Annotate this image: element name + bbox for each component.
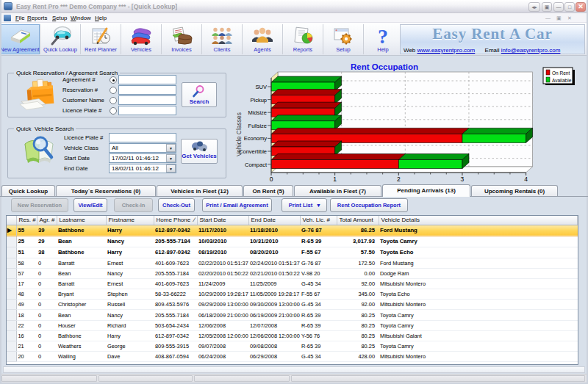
svg-text:Convertible: Convertible <box>239 148 267 155</box>
svg-text:2: 2 <box>397 175 401 183</box>
svg-text:?: ? <box>378 26 388 46</box>
svg-text:3: 3 <box>461 175 465 183</box>
svg-text:Compact: Compact <box>245 162 268 168</box>
svg-text:Vehicle Classes: Vehicle Classes <box>235 112 243 156</box>
svg-text:Economy: Economy <box>244 135 268 142</box>
svg-text:1: 1 <box>333 175 337 183</box>
svg-text:Midsize: Midsize <box>248 109 267 116</box>
svg-text:SUV: SUV <box>256 84 267 90</box>
svg-text:On Rent: On Rent <box>552 70 570 76</box>
svg-text:0: 0 <box>270 175 273 183</box>
svg-text:Pickup: Pickup <box>250 97 267 104</box>
svg-text:4: 4 <box>524 175 528 183</box>
svg-text:Rent Occupation: Rent Occupation <box>351 62 418 71</box>
svg-text:Available: Available <box>552 78 572 83</box>
svg-text:Fullsize: Fullsize <box>248 123 267 129</box>
